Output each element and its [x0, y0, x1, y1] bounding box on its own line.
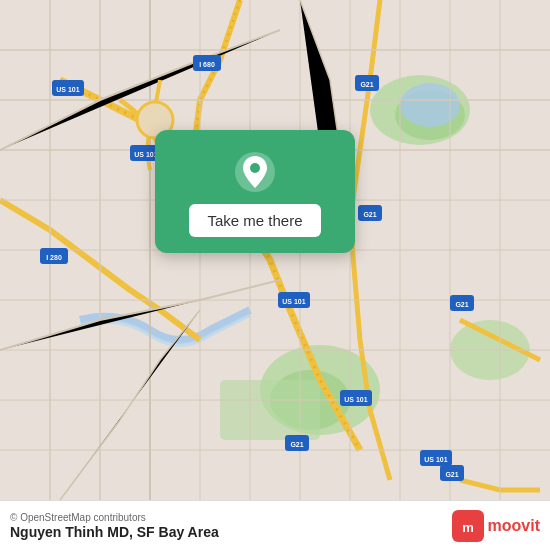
svg-text:US 101: US 101 — [424, 456, 447, 463]
svg-text:G21: G21 — [445, 471, 458, 478]
moovit-logo[interactable]: m moovit — [452, 510, 540, 542]
location-card[interactable]: Take me there — [155, 130, 355, 253]
svg-text:I 280: I 280 — [46, 254, 62, 261]
svg-text:US 101: US 101 — [344, 396, 367, 403]
svg-text:G21: G21 — [363, 211, 376, 218]
bottom-left: © OpenStreetMap contributors Nguyen Thin… — [10, 512, 219, 540]
svg-text:I 680: I 680 — [199, 61, 215, 68]
svg-text:US 101: US 101 — [282, 298, 305, 305]
svg-text:US 101: US 101 — [56, 86, 79, 93]
copyright-text: © OpenStreetMap contributors — [10, 512, 219, 523]
take-me-there-button[interactable]: Take me there — [189, 204, 320, 237]
map-container: US 101 US 101 US 101 US 101 US 101 I 680… — [0, 0, 550, 500]
svg-text:G21: G21 — [360, 81, 373, 88]
moovit-icon: m — [452, 510, 484, 542]
svg-text:G21: G21 — [455, 301, 468, 308]
moovit-text: moovit — [488, 517, 540, 535]
svg-point-7 — [400, 83, 460, 127]
place-name: Nguyen Thinh MD, SF Bay Area — [10, 524, 219, 540]
bottom-bar: © OpenStreetMap contributors Nguyen Thin… — [0, 500, 550, 550]
location-pin-icon — [233, 150, 277, 194]
svg-rect-6 — [220, 380, 320, 440]
svg-text:m: m — [462, 520, 474, 535]
svg-text:G21: G21 — [290, 441, 303, 448]
svg-point-53 — [250, 163, 260, 173]
